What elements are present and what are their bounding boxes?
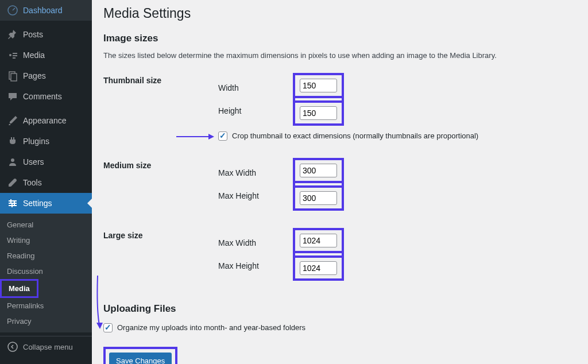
submenu-permalinks[interactable]: Permalinks xyxy=(0,298,92,313)
save-changes-button[interactable]: Save Changes xyxy=(109,353,172,365)
menu-label: Users xyxy=(23,157,44,166)
wrench-icon xyxy=(7,177,18,188)
thumbnail-height-input[interactable] xyxy=(300,106,337,120)
medium-width-label: Max Width xyxy=(218,168,293,177)
collapse-icon xyxy=(7,341,18,353)
large-width-input[interactable] xyxy=(300,234,337,247)
thumbnail-width-input[interactable] xyxy=(300,79,337,92)
medium-row: Medium size Max Width Max Height xyxy=(103,158,577,219)
page-title: Media Settings xyxy=(103,6,577,21)
svg-rect-10 xyxy=(11,204,13,207)
svg-rect-6 xyxy=(9,203,17,204)
large-height-label: Max Height xyxy=(218,261,293,270)
settings-submenu: General Writing Reading Discussion Media… xyxy=(0,214,92,332)
menu-label: Pages xyxy=(23,71,46,80)
submenu-media[interactable]: Media xyxy=(0,279,38,298)
settings-icon xyxy=(7,198,18,209)
highlight-annotation xyxy=(293,96,344,126)
svg-point-1 xyxy=(9,54,11,56)
image-sizes-heading: Image sizes xyxy=(103,33,577,44)
menu-media[interactable]: Media xyxy=(0,45,92,65)
medium-height-label: Max Height xyxy=(218,191,293,200)
highlight-annotation: Save Changes xyxy=(103,347,177,365)
crop-checkbox-label: Crop thumbnail to exact dimensions (norm… xyxy=(232,131,478,140)
svg-rect-9 xyxy=(14,202,15,205)
crop-checkbox-row: Crop thumbnail to exact dimensions (norm… xyxy=(218,131,577,141)
menu-label: Plugins xyxy=(23,137,49,146)
uploading-files-heading: Uploading Files xyxy=(103,303,577,315)
pin-icon xyxy=(7,29,18,40)
plug-icon xyxy=(7,135,18,147)
large-label: Large size xyxy=(103,228,218,240)
svg-point-4 xyxy=(11,158,14,162)
thumbnail-width-label: Width xyxy=(218,83,293,92)
large-row: Large size Max Width Max Height xyxy=(103,228,577,289)
submenu-reading[interactable]: Reading xyxy=(0,248,92,264)
organize-checkbox[interactable] xyxy=(103,323,113,332)
highlight-annotation xyxy=(293,251,344,281)
menu-label: Settings xyxy=(23,199,52,208)
menu-label: Dashboard xyxy=(23,6,63,15)
main-content: Media Settings Image sizes The sizes lis… xyxy=(92,0,588,364)
arrow-annotation-icon xyxy=(175,133,215,141)
submenu-general[interactable]: General xyxy=(0,217,92,233)
submenu-writing[interactable]: Writing xyxy=(0,233,92,248)
thumbnail-height-label: Height xyxy=(218,106,293,115)
menu-plugins[interactable]: Plugins xyxy=(0,131,92,152)
menu-dashboard[interactable]: Dashboard xyxy=(0,0,92,21)
svg-rect-5 xyxy=(9,200,17,202)
media-icon xyxy=(7,49,18,61)
svg-rect-3 xyxy=(11,73,17,81)
submenu-discussion[interactable]: Discussion xyxy=(0,264,92,279)
menu-settings[interactable]: Settings xyxy=(0,193,92,214)
menu-pages[interactable]: Pages xyxy=(0,65,92,86)
dashboard-icon xyxy=(7,5,18,16)
pages-icon xyxy=(7,70,18,82)
menu-tools[interactable]: Tools xyxy=(0,172,92,193)
svg-rect-8 xyxy=(10,199,11,203)
description-text: The sizes listed below determine the max… xyxy=(103,50,577,61)
organize-checkbox-row: Organize my uploads into month- and year… xyxy=(103,323,577,332)
user-icon xyxy=(7,156,18,168)
submenu-privacy[interactable]: Privacy xyxy=(0,313,92,329)
menu-label: Posts xyxy=(23,30,43,39)
menu-label: Appearance xyxy=(23,116,67,125)
menu-label: Media xyxy=(23,51,45,60)
menu-posts[interactable]: Posts xyxy=(0,24,92,45)
highlight-annotation xyxy=(293,181,344,211)
svg-point-11 xyxy=(8,342,17,351)
crop-checkbox[interactable] xyxy=(218,131,227,141)
organize-checkbox-label: Organize my uploads into month- and year… xyxy=(117,323,305,332)
medium-width-input[interactable] xyxy=(300,164,337,177)
collapse-menu[interactable]: Collapse menu xyxy=(0,336,92,357)
brush-icon xyxy=(7,115,18,126)
medium-label: Medium size xyxy=(103,158,218,170)
menu-label: Comments xyxy=(23,92,62,101)
admin-sidebar: Dashboard Posts Media Pages Comments App… xyxy=(0,0,92,364)
menu-users[interactable]: Users xyxy=(0,152,92,172)
menu-comments[interactable]: Comments xyxy=(0,86,92,107)
thumbnail-label: Thumbnail size xyxy=(103,73,218,85)
thumbnail-row: Thumbnail size Width Height xyxy=(103,73,577,141)
menu-appearance[interactable]: Appearance xyxy=(0,110,92,131)
menu-label: Tools xyxy=(23,178,42,187)
collapse-label: Collapse menu xyxy=(23,343,73,351)
large-height-input[interactable] xyxy=(300,261,337,275)
comment-icon xyxy=(7,91,18,102)
large-width-label: Max Width xyxy=(218,238,293,247)
medium-height-input[interactable] xyxy=(300,191,337,205)
